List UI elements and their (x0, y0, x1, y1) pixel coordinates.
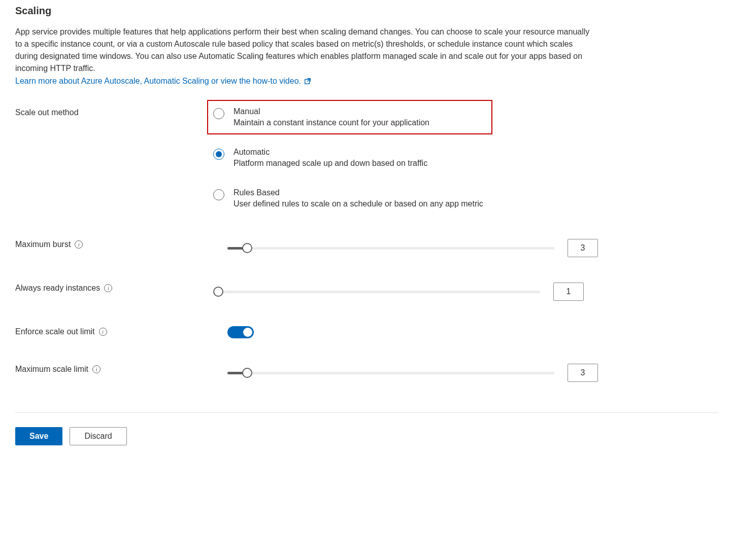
slider-track (227, 247, 554, 250)
maximum-burst-input[interactable] (568, 239, 598, 257)
slider-track (227, 372, 554, 374)
slider-thumb[interactable] (242, 243, 252, 253)
slider-thumb[interactable] (213, 287, 223, 297)
slider-thumb[interactable] (242, 368, 252, 378)
enforce-limit-toggle[interactable] (227, 326, 254, 338)
radio-title-manual: Manual (234, 107, 429, 116)
always-ready-label: Always ready instances (15, 284, 100, 293)
radio-title-rules-based: Rules Based (234, 188, 483, 197)
radio-circle-automatic[interactable] (213, 149, 224, 160)
learn-more-link[interactable]: Learn more about Azure Autoscale, Automa… (15, 77, 311, 86)
scale-out-method-radiogroup: Manual Maintain a constant instance coun… (213, 107, 483, 208)
radio-title-automatic: Automatic (234, 148, 427, 157)
radio-option-manual[interactable]: Manual Maintain a constant instance coun… (213, 107, 483, 127)
discard-button[interactable]: Discard (70, 427, 126, 445)
toggle-knob (243, 328, 252, 337)
maximum-burst-label: Maximum burst (15, 240, 71, 249)
max-scale-limit-input[interactable] (568, 364, 598, 382)
info-icon[interactable]: i (99, 328, 107, 336)
scale-out-method-label: Scale out method (15, 107, 213, 117)
manual-option-highlight: Manual Maintain a constant instance coun… (207, 100, 492, 134)
info-icon[interactable]: i (104, 284, 112, 292)
external-link-icon (304, 78, 311, 85)
scaling-description: App service provides multiple features t… (15, 26, 594, 75)
enforce-limit-label: Enforce scale out limit (15, 327, 95, 336)
radio-circle-rules-based[interactable] (213, 189, 224, 200)
always-ready-slider[interactable] (213, 286, 540, 298)
info-icon[interactable]: i (92, 365, 101, 373)
slider-track (213, 291, 540, 293)
save-button[interactable]: Save (15, 427, 62, 445)
radio-subtitle-manual: Maintain a constant instance count for y… (234, 118, 429, 127)
page-title: Scaling (15, 5, 718, 17)
radio-option-automatic[interactable]: Automatic Platform managed scale up and … (213, 148, 483, 168)
radio-circle-manual[interactable] (213, 108, 224, 119)
always-ready-input[interactable] (553, 283, 584, 301)
maximum-burst-slider[interactable] (227, 242, 554, 254)
info-icon[interactable]: i (75, 240, 83, 249)
radio-option-rules-based[interactable]: Rules Based User defined rules to scale … (213, 188, 483, 208)
radio-subtitle-automatic: Platform managed scale up and down based… (234, 159, 427, 168)
learn-more-text: Learn more about Azure Autoscale, Automa… (15, 77, 301, 86)
footer-actions: Save Discard (15, 412, 718, 456)
radio-subtitle-rules-based: User defined rules to scale on a schedul… (234, 199, 483, 208)
max-scale-limit-label: Maximum scale limit (15, 365, 88, 374)
max-scale-limit-slider[interactable] (227, 367, 554, 379)
